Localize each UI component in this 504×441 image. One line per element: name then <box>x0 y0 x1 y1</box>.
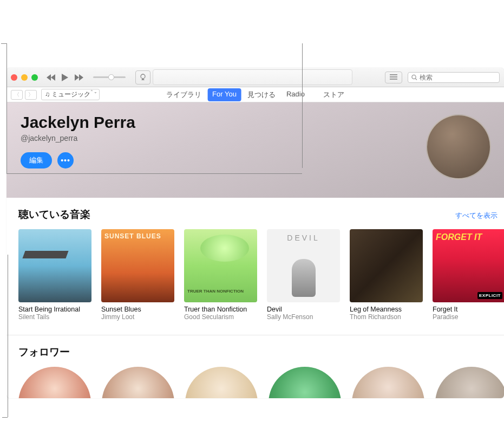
tab-browse[interactable]: 見つける <box>243 88 280 101</box>
see-all-link[interactable]: すべてを表示 <box>455 211 500 220</box>
annotation-line <box>1 43 6 44</box>
annotation-line <box>6 43 7 173</box>
follower-avatar[interactable] <box>185 367 258 398</box>
followers-section-title: フォロワー <box>18 345 70 359</box>
media-picker[interactable]: ♫ ミュージック <box>41 89 100 100</box>
zoom-button[interactable] <box>31 74 38 81</box>
back-button[interactable]: 〈 <box>11 90 23 100</box>
itunes-window: 〈 〉 ♫ ミュージック ライブラリ For You 見つける Radio スト… <box>6 68 504 398</box>
minimize-button[interactable] <box>21 74 28 81</box>
section-tabs: ライブラリ For You 見つける Radio ストア <box>161 88 349 101</box>
content-area: 聴いている音楽 すべてを表示 Start Being Irrational Si… <box>6 198 504 398</box>
listening-album-row: Start Being Irrational Silent Tails Suns… <box>18 229 504 321</box>
album-title: Devil <box>267 306 340 313</box>
album-card[interactable]: Leg of Meanness Thom Richardson <box>350 229 423 321</box>
annotation-line <box>302 43 303 168</box>
profile-display-name: Jackelyn Perra <box>21 113 490 132</box>
annotation-line <box>2 417 8 418</box>
tab-radio[interactable]: Radio <box>282 88 310 101</box>
previous-button[interactable] <box>45 74 56 81</box>
edit-profile-button[interactable]: 編集 <box>21 152 52 168</box>
album-card[interactable]: EXPLICIT Forget It Paradise <box>433 229 504 321</box>
media-picker-label: ミュージック <box>51 90 90 98</box>
album-title: Truer than Nonfiction <box>184 306 257 313</box>
profile-avatar[interactable] <box>426 114 491 179</box>
close-button[interactable] <box>11 74 17 81</box>
follower-avatar[interactable] <box>269 367 341 398</box>
album-artist: Good Secularism <box>184 313 257 321</box>
more-options-button[interactable]: ••• <box>57 152 74 168</box>
volume-slider[interactable] <box>93 76 126 78</box>
album-title: Leg of Meanness <box>350 306 423 313</box>
annotation-line <box>8 255 8 417</box>
album-artist: Thom Richardson <box>350 313 423 321</box>
profile-handle: @jackelyn_perra <box>21 134 490 142</box>
album-art <box>18 229 91 302</box>
search-field[interactable] <box>408 72 500 83</box>
album-card[interactable]: Start Being Irrational Silent Tails <box>18 229 91 321</box>
music-icon: ♫ <box>45 90 51 98</box>
tab-library[interactable]: ライブラリ <box>161 88 206 101</box>
follower-avatar[interactable] <box>435 367 504 398</box>
album-artist: Sally McFenson <box>267 313 340 321</box>
album-card[interactable]: Truer than Nonfiction Good Secularism <box>184 229 257 321</box>
profile-header: Jackelyn Perra @jackelyn_perra 編集 ••• <box>6 102 504 198</box>
album-art <box>350 229 423 302</box>
follower-avatar[interactable] <box>18 367 91 398</box>
listening-section-title: 聴いている音楽 <box>18 207 90 222</box>
album-title: Start Being Irrational <box>18 306 91 313</box>
album-artist: Jimmy Loot <box>101 313 174 321</box>
search-input[interactable] <box>420 74 496 81</box>
svg-point-1 <box>412 75 416 79</box>
album-artist: Paradise <box>433 313 504 321</box>
next-button[interactable] <box>74 74 84 81</box>
svg-point-0 <box>141 74 145 79</box>
album-art <box>184 229 257 302</box>
play-button[interactable] <box>60 74 70 81</box>
airplay-button[interactable] <box>135 70 150 85</box>
annotation-line <box>6 173 302 174</box>
tab-store[interactable]: ストア <box>318 88 349 101</box>
svg-line-2 <box>415 78 417 80</box>
explicit-badge: EXPLICIT <box>477 292 502 299</box>
album-card[interactable]: Sunset Blues Jimmy Loot <box>101 229 174 321</box>
follower-avatar[interactable] <box>102 367 174 398</box>
playback-controls <box>45 70 150 85</box>
album-artist: Silent Tails <box>18 313 91 321</box>
album-art <box>101 229 174 302</box>
album-card[interactable]: Devil Sally McFenson <box>267 229 340 321</box>
tab-for-you[interactable]: For You <box>207 88 241 101</box>
album-title: Sunset Blues <box>101 306 174 313</box>
navigation-bar: 〈 〉 ♫ ミュージック ライブラリ For You 見つける Radio スト… <box>6 87 504 102</box>
search-icon <box>411 74 417 81</box>
now-playing-display[interactable] <box>153 69 352 85</box>
window-controls <box>11 74 38 81</box>
up-next-button[interactable] <box>385 72 402 83</box>
album-title: Forget It <box>433 306 504 313</box>
titlebar <box>6 68 504 87</box>
forward-button[interactable]: 〉 <box>25 90 37 100</box>
album-art: EXPLICIT <box>433 229 504 302</box>
follower-avatar[interactable] <box>352 367 424 398</box>
followers-row <box>18 367 504 398</box>
album-art <box>267 229 340 302</box>
divider <box>6 335 504 335</box>
